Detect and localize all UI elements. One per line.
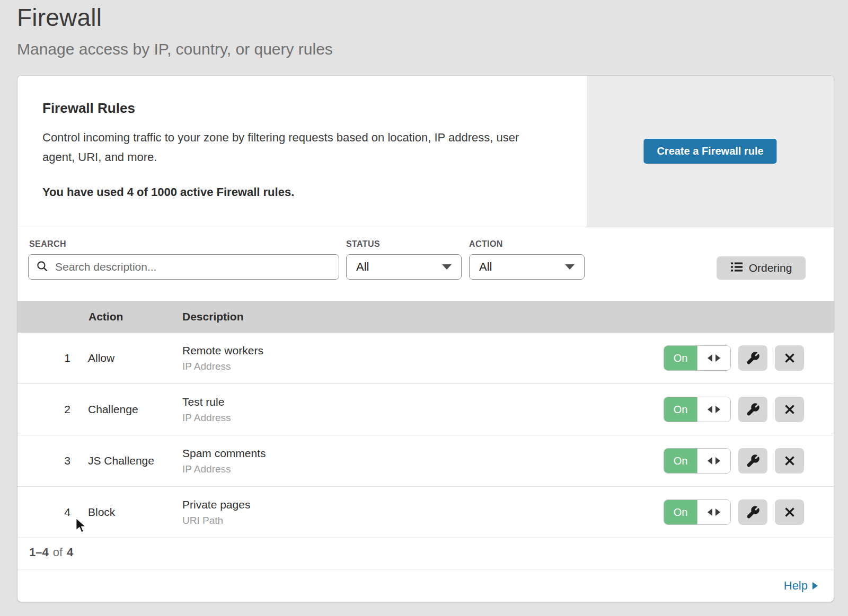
rule-description-title: Remote workers [182,344,263,357]
status-selected-value: All [356,260,369,274]
pagination-of: of [53,546,63,559]
help-link-label: Help [784,579,808,593]
rule-description: Test rule IP Address [182,396,231,424]
rule-match-field: IP Address [182,463,266,475]
triangle-right-icon [716,354,720,362]
rules-list: 1 Allow Remote workers IP Address On [17,333,834,538]
action-select[interactable]: All [469,254,585,280]
rule-description: Remote workers IP Address [182,344,263,372]
delete-rule-button[interactable] [775,397,804,422]
wrench-icon [746,351,760,365]
firewall-rules-description: Control incoming traffic to your zone by… [42,128,546,167]
rule-enabled-toggle[interactable]: On [664,397,731,422]
rule-match-field: IP Address [182,412,231,424]
rule-description-title: Private pages [182,498,250,511]
x-icon [783,352,796,364]
toggle-handle[interactable] [697,397,730,422]
edit-rule-button[interactable] [738,397,767,422]
rule-description-title: Spam comments [182,447,266,460]
pagination-total: 4 [67,546,73,559]
edit-rule-button[interactable] [738,499,767,525]
firewall-rules-intro: Firewall Rules Control incoming traffic … [17,76,834,227]
rule-enabled-toggle[interactable]: On [664,448,731,474]
firewall-rules-card: Firewall Rules Control incoming traffic … [17,76,834,602]
action-label: ACTION [469,239,503,249]
toggle-on-label: On [664,397,697,422]
search-input[interactable] [28,254,339,280]
rule-enabled-toggle[interactable]: On [664,345,731,371]
rule-priority: 1 [57,333,70,383]
rule-action: Allow [88,352,114,364]
firewall-rules-usage-note: You have used 4 of 1000 active Firewall … [42,185,294,199]
rule-description: Private pages URI Path [182,498,250,526]
toggle-on-label: On [664,500,697,524]
rule-priority: 2 [57,384,70,435]
rule-action: Block [88,506,115,519]
wrench-icon [746,403,760,417]
chevron-down-icon [565,264,575,270]
pagination-range: 1–4 [29,546,49,559]
filters-bar: SEARCH STATUS All ACTION All [17,227,834,301]
table-row: 3 JS Challenge Spam comments IP Address … [17,435,834,487]
table-row: 4 Block Private pages URI Path On [17,487,834,538]
triangle-left-icon [708,354,712,362]
search-field-wrap [28,254,339,280]
wrench-icon [746,454,760,468]
x-icon [783,506,796,519]
search-label: SEARCH [29,239,66,249]
column-header-description: Description [182,301,244,333]
firewall-page: Firewall Manage access by IP, country, o… [0,0,848,616]
action-selected-value: All [479,260,492,274]
x-icon [783,403,796,416]
rule-match-field: URI Path [182,515,250,526]
page-subtitle: Manage access by IP, country, or query r… [17,40,333,58]
delete-rule-button[interactable] [775,448,804,474]
pagination: 1–4 of 4 [17,536,834,569]
delete-rule-button[interactable] [775,499,804,525]
chevron-down-icon [442,264,452,270]
toggle-handle[interactable] [697,346,730,370]
caret-right-icon [812,582,818,590]
triangle-left-icon [708,406,712,413]
toggle-on-label: On [664,449,697,473]
triangle-left-icon [708,508,712,516]
rule-priority: 3 [57,435,70,486]
triangle-left-icon [708,457,712,465]
ordered-list-icon [730,261,743,275]
rule-action: Challenge [88,403,138,416]
edit-rule-button[interactable] [738,345,767,371]
rule-match-field: IP Address [182,361,263,372]
wrench-icon [746,505,760,520]
table-row: 1 Allow Remote workers IP Address On [17,333,834,384]
rule-action: JS Challenge [88,454,154,467]
delete-rule-button[interactable] [775,345,804,371]
triangle-right-icon [716,406,720,413]
create-rule-panel: Create a Firewall rule [587,76,834,227]
triangle-right-icon [716,457,720,465]
firewall-rules-heading: Firewall Rules [42,100,135,117]
toggle-handle[interactable] [697,500,730,524]
rule-priority: 4 [57,487,70,538]
edit-rule-button[interactable] [738,448,767,474]
ordering-button[interactable]: Ordering [717,256,806,280]
column-header-action: Action [89,301,123,333]
table-header: Action Description [17,301,834,333]
x-icon [783,454,796,467]
page-title: Firewall [17,3,102,32]
table-row: 2 Challenge Test rule IP Address On [17,384,834,435]
toggle-on-label: On [664,346,697,370]
rule-description-title: Test rule [182,396,231,408]
status-label: STATUS [346,239,380,249]
ordering-button-label: Ordering [749,262,792,274]
triangle-right-icon [716,508,720,516]
create-firewall-rule-button[interactable]: Create a Firewall rule [643,139,776,164]
help-bar: Help [17,569,834,602]
rule-description: Spam comments IP Address [182,447,266,475]
help-link[interactable]: Help [784,579,818,593]
toggle-handle[interactable] [697,449,730,473]
status-select[interactable]: All [346,254,462,280]
rule-enabled-toggle[interactable]: On [664,499,731,525]
